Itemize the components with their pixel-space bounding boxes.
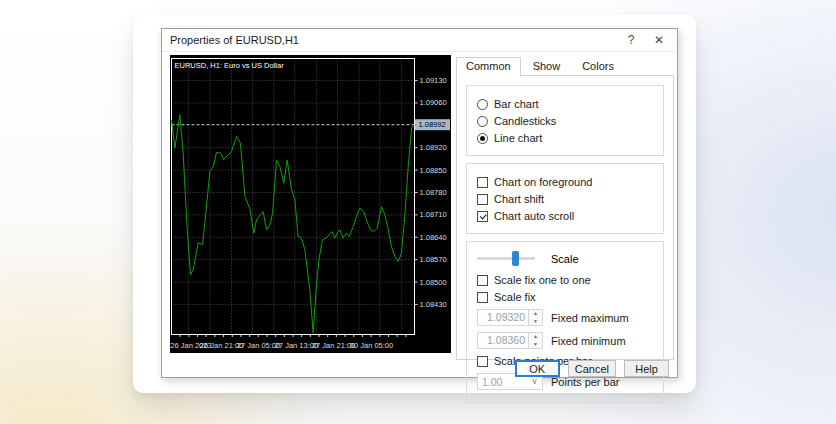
checkbox-icon <box>477 194 488 205</box>
dialog-footer: OK Cancel Help <box>515 360 669 377</box>
radio-label: Line chart <box>494 132 542 144</box>
spinner-down-icon[interactable]: ▼ <box>529 318 542 326</box>
svg-text:27 Jan 21:00: 27 Jan 21:00 <box>312 341 355 350</box>
spinner-up-icon[interactable]: ▲ <box>529 333 542 341</box>
checkbox-label: Scale fix <box>494 291 536 303</box>
page-background: Properties of EURUSD,H1 ? ✕ 1.091301.090… <box>0 0 836 424</box>
dialog-title: Properties of EURUSD,H1 <box>170 34 617 46</box>
checkbox-label: Chart on foreground <box>494 176 592 188</box>
tab-bar: Common Show Colors <box>456 57 674 76</box>
spinner-up-icon[interactable]: ▲ <box>529 310 542 318</box>
svg-text:1.08430: 1.08430 <box>420 300 447 309</box>
radio-icon <box>477 116 488 127</box>
checkbox-chart-on-foreground[interactable]: Chart on foreground <box>477 176 653 188</box>
svg-text:1.08850: 1.08850 <box>420 166 447 175</box>
checkbox-chart-auto-scroll[interactable]: Chart auto scroll <box>477 210 653 222</box>
chevron-down-icon: ∨ <box>527 377 542 386</box>
radio-icon <box>477 133 488 144</box>
tab-page-common: Bar chart Candlesticks Line chart <box>456 75 674 360</box>
help-icon[interactable]: ? <box>617 30 645 50</box>
help-button[interactable]: Help <box>624 360 669 377</box>
svg-text:1.08780: 1.08780 <box>420 188 447 197</box>
fixed-maximum-input[interactable]: 1.09320 ▲ ▼ <box>477 309 543 326</box>
fixed-minimum-value: 1.08360 <box>478 333 528 348</box>
chart-behavior-group: Chart on foreground Chart shift Chart au… <box>466 163 664 234</box>
svg-text:1.08992: 1.08992 <box>419 120 446 129</box>
checkbox-label: Chart shift <box>494 193 544 205</box>
radio-label: Bar chart <box>494 98 539 110</box>
svg-text:1.09130: 1.09130 <box>420 76 447 85</box>
fixed-maximum-value: 1.09320 <box>478 310 528 325</box>
radio-icon <box>477 99 488 110</box>
svg-text:27 Jan 05:00: 27 Jan 05:00 <box>237 341 280 350</box>
scale-slider-label: Scale <box>551 253 579 265</box>
points-per-bar-value: 1.00 <box>478 376 527 388</box>
fixed-minimum-row: 1.08360 ▲ ▼ Fixed minimum <box>477 332 653 349</box>
chart-preview-panel: 1.091301.090601.089201.088501.087801.087… <box>170 55 451 353</box>
svg-text:1.08640: 1.08640 <box>420 233 447 242</box>
points-per-bar-label: Points per bar <box>551 376 619 388</box>
slider-thumb[interactable] <box>512 251 519 266</box>
svg-text:1.09060: 1.09060 <box>420 98 447 107</box>
svg-text:EURUSD, H1: Euro vs US Dollar: EURUSD, H1: Euro vs US Dollar <box>175 61 285 70</box>
content-card: Properties of EURUSD,H1 ? ✕ 1.091301.090… <box>133 15 696 393</box>
fixed-maximum-label: Fixed maximum <box>551 312 629 324</box>
svg-text:30 Jan 05:00: 30 Jan 05:00 <box>350 341 393 350</box>
tab-show[interactable]: Show <box>523 57 571 76</box>
checkbox-icon <box>477 177 488 188</box>
tab-common[interactable]: Common <box>456 57 521 77</box>
svg-text:1.08570: 1.08570 <box>420 255 447 264</box>
cancel-button[interactable]: Cancel <box>568 360 616 377</box>
radio-candlesticks[interactable]: Candlesticks <box>477 115 653 127</box>
checkbox-icon <box>477 292 488 303</box>
ok-button[interactable]: OK <box>515 360 560 377</box>
checkbox-scale-fix-one-to-one[interactable]: Scale fix one to one <box>477 274 653 286</box>
checkbox-label: Scale fix one to one <box>494 274 591 286</box>
tab-colors[interactable]: Colors <box>572 57 624 76</box>
checkbox-icon <box>477 356 488 367</box>
radio-label: Candlesticks <box>494 115 556 127</box>
radio-bar-chart[interactable]: Bar chart <box>477 98 653 110</box>
fixed-maximum-row: 1.09320 ▲ ▼ Fixed maximum <box>477 309 653 326</box>
scale-slider[interactable] <box>477 251 535 266</box>
checkbox-scale-fix[interactable]: Scale fix <box>477 291 653 303</box>
properties-dialog: Properties of EURUSD,H1 ? ✕ 1.091301.090… <box>161 28 678 378</box>
fixed-minimum-input[interactable]: 1.08360 ▲ ▼ <box>477 332 543 349</box>
svg-text:1.08710: 1.08710 <box>420 210 447 219</box>
spinner-down-icon[interactable]: ▼ <box>529 341 542 349</box>
chart-canvas: 1.091301.090601.089201.088501.087801.087… <box>170 55 451 353</box>
spinner-buttons: ▲ ▼ <box>528 310 542 325</box>
radio-line-chart[interactable]: Line chart <box>477 132 653 144</box>
svg-text:1.08920: 1.08920 <box>420 143 447 152</box>
chart-type-group: Bar chart Candlesticks Line chart <box>466 85 664 156</box>
close-icon[interactable]: ✕ <box>645 30 673 50</box>
fixed-minimum-label: Fixed minimum <box>551 335 626 347</box>
checkbox-icon <box>477 211 488 222</box>
checkbox-label: Chart auto scroll <box>494 210 574 222</box>
checkbox-chart-shift[interactable]: Chart shift <box>477 193 653 205</box>
scale-slider-row: Scale <box>477 251 653 266</box>
settings-panel: Common Show Colors Bar chart Candlestick… <box>456 57 674 360</box>
spinner-buttons: ▲ ▼ <box>528 333 542 348</box>
checkbox-icon <box>477 275 488 286</box>
svg-text:1.08500: 1.08500 <box>420 278 447 287</box>
dialog-titlebar: Properties of EURUSD,H1 ? ✕ <box>162 29 677 52</box>
slider-track-bar <box>477 257 535 260</box>
scale-group: Scale Scale fix one to one Scale fix <box>466 241 664 403</box>
